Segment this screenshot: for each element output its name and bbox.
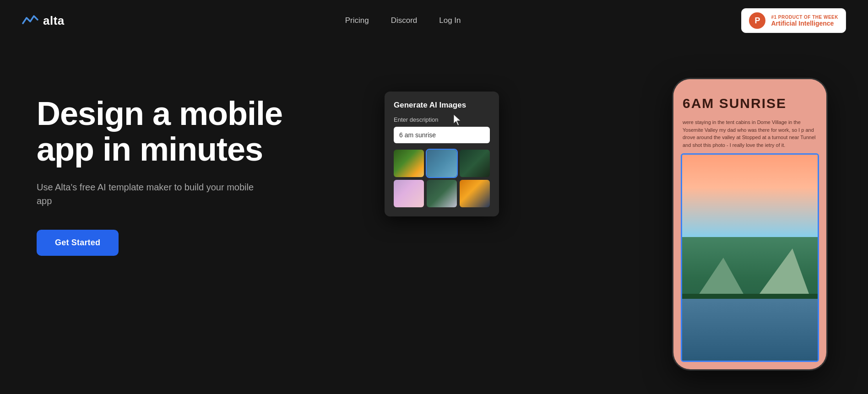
phone-app-title: 6AM SUNRISE	[683, 96, 817, 111]
hero-subtitle: Use Alta's free AI template maker to bui…	[37, 180, 256, 208]
ai-image-thumb-2[interactable]	[427, 150, 457, 177]
phone-mockup: 6AM SUNRISE were staying in the tent cab…	[672, 78, 828, 371]
nav-discord[interactable]: Discord	[391, 16, 418, 25]
product-hunt-label: #1 PRODUCT OF THE WEEK	[771, 15, 838, 20]
phone-landscape-image	[682, 155, 818, 361]
ai-description-input[interactable]	[394, 127, 490, 143]
water-reflection	[682, 299, 818, 361]
nav-login[interactable]: Log In	[439, 16, 461, 25]
hero-section: Design a mobile app in minutes Use Alta'…	[37, 69, 320, 256]
mountain-left	[696, 258, 746, 299]
phone-header: 6AM SUNRISE	[673, 79, 826, 119]
mountain-right	[756, 248, 811, 299]
phone-body-text: were staying in the tent cabins in Dome …	[673, 119, 826, 153]
ai-image-thumb-1[interactable]	[394, 150, 424, 177]
logo-text: alta	[43, 14, 65, 28]
ai-image-thumb-3[interactable]	[460, 150, 490, 177]
logo[interactable]: alta	[22, 14, 65, 28]
product-hunt-icon: P	[749, 12, 765, 29]
ai-panel-title: Generate AI Images	[394, 101, 490, 110]
hero-visual: Generate AI Images Enter description	[339, 69, 846, 389]
get-started-button[interactable]: Get Started	[37, 230, 119, 256]
ai-image-panel: Generate AI Images Enter description	[385, 92, 499, 216]
phone-screen: 6AM SUNRISE were staying in the tent cab…	[673, 79, 826, 369]
phone-image-container	[681, 153, 819, 362]
ai-image-grid	[394, 150, 490, 207]
ai-image-thumb-6[interactable]	[460, 180, 490, 207]
sky-layer	[682, 155, 818, 237]
hero-title: Design a mobile app in minutes	[37, 96, 320, 167]
nav-pricing[interactable]: Pricing	[345, 16, 369, 25]
main-nav: Pricing Discord Log In	[345, 16, 461, 25]
product-hunt-text: #1 PRODUCT OF THE WEEK Artificial Intell…	[771, 15, 838, 27]
main-content: Design a mobile app in minutes Use Alta'…	[0, 41, 868, 389]
alta-logo-icon	[22, 15, 38, 26]
product-hunt-badge[interactable]: P #1 PRODUCT OF THE WEEK Artificial Inte…	[741, 8, 846, 33]
ai-panel-input-label: Enter description	[394, 116, 490, 123]
product-hunt-title: Artificial Intelligence	[771, 20, 838, 27]
ai-image-thumb-4[interactable]	[394, 180, 424, 207]
ai-image-thumb-5[interactable]	[427, 180, 457, 207]
